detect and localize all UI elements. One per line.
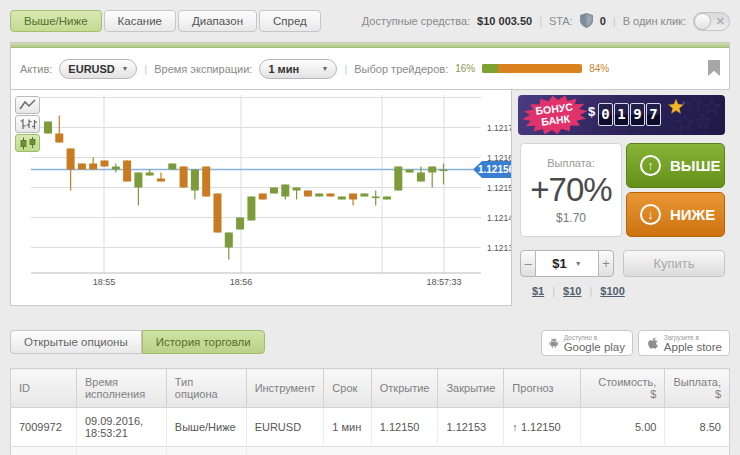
column-header: Закрытие	[438, 369, 504, 408]
column-header: Выплата, $	[665, 369, 730, 408]
candlestick	[180, 167, 188, 188]
price-axis-label: 1.12130	[487, 243, 511, 253]
buy-button[interactable]: Купить	[623, 250, 725, 277]
traders-choice-bar	[482, 64, 582, 73]
table-cell: 1.12150	[371, 408, 438, 447]
option-type-tabs: Выше/Ниже Касание Диапазон Спред	[10, 10, 321, 32]
table-row: 1497555009.09.2016, 18:38:23Пополнение10…	[11, 447, 730, 455]
chart-type-bars-button[interactable]	[15, 115, 40, 133]
traders-low-pct: 16%	[455, 63, 475, 74]
tab-range[interactable]: Диапазон	[178, 10, 257, 32]
one-click-toggle[interactable]: ✕	[693, 12, 730, 31]
amount-value: $1	[552, 256, 566, 271]
amount-decrease-button[interactable]: –	[520, 250, 536, 277]
candlestick	[134, 173, 142, 188]
bonus-digit: 9	[630, 103, 645, 126]
higher-button[interactable]: ↑ ВЫШЕ	[626, 143, 725, 188]
chevron-down-icon: ▼	[121, 65, 128, 72]
tab-trading-history[interactable]: История торговли	[142, 330, 265, 354]
chart-type-line-button[interactable]	[15, 96, 40, 114]
table-cell	[246, 447, 324, 455]
android-icon	[549, 335, 559, 351]
divider: |	[613, 15, 616, 27]
candlestick	[168, 164, 176, 170]
table-cell: ↑ 1.12150	[504, 408, 581, 447]
bonus-bank-banner[interactable]: БОНУС БАНК $ 0197	[518, 95, 725, 135]
table-cell: Пополнение	[166, 447, 246, 455]
table-row: 700997209.09.2016, 18:53:21Выше/НижеEURU…	[11, 408, 730, 447]
toggle-knob	[694, 13, 711, 30]
amount-increase-button[interactable]: +	[598, 250, 614, 277]
lower-button-label: НИЖЕ	[670, 206, 715, 223]
table-header-row: IDВремя исполненияТип опционаИнструментС…	[11, 369, 730, 408]
candlestick	[236, 218, 244, 230]
bookmark-icon[interactable]	[708, 60, 720, 78]
empty-star-icon	[677, 115, 692, 130]
line-chart-icon	[19, 99, 37, 111]
table-cell: 14975550	[11, 447, 77, 455]
lower-button[interactable]: ↓ НИЖЕ	[626, 192, 725, 237]
store-name: Apple store	[664, 341, 722, 353]
chart-panel: 18:5518:5618:57:331.121701.121601.121501…	[10, 90, 512, 306]
candlestick	[281, 185, 289, 197]
google-play-button[interactable]: Доступно в Google play	[541, 330, 633, 356]
table-cell: 1 мин	[324, 408, 371, 447]
column-header: Стоимость, $	[581, 369, 665, 408]
candlestick	[191, 170, 199, 191]
table-cell	[438, 447, 504, 455]
expiry-select[interactable]: 1 мин ▼	[259, 59, 337, 79]
table-cell: 5.00	[581, 408, 665, 447]
gold-star-icon	[668, 99, 684, 114]
table-cell	[581, 447, 665, 455]
tab-open-options[interactable]: Открытые опционы	[10, 330, 142, 354]
empty-star-icon	[704, 99, 719, 114]
quick-amount-links: $1 | $10 | $100	[532, 285, 625, 297]
higher-button-label: ВЫШЕ	[670, 157, 721, 174]
candlestick	[214, 194, 222, 233]
candlestick	[202, 167, 210, 197]
time-axis-label: 18:55	[93, 277, 116, 287]
toolbar-row: Актив: EURUSD ▼ | Время экспирации: 1 ми…	[11, 48, 729, 89]
tab-spread[interactable]: Спред	[259, 10, 321, 32]
amount-select[interactable]: $1 ▼	[536, 250, 598, 277]
column-header: Тип опциона	[166, 369, 246, 408]
sta-value: 0	[600, 15, 606, 27]
candlestick	[383, 197, 391, 200]
quick-amount-10[interactable]: $10	[563, 285, 581, 297]
candlestick	[270, 188, 278, 194]
candlestick	[67, 149, 75, 170]
candlestick	[44, 122, 52, 134]
table-cell: 1.12153	[438, 408, 504, 447]
candlestick-chart: 18:5518:5618:57:331.121701.121601.121501…	[11, 90, 511, 304]
chevron-down-icon: ▼	[321, 65, 328, 72]
payout-amount: $1.70	[521, 211, 621, 225]
asset-value: EURUSD	[68, 63, 114, 75]
column-header: Открытие	[371, 369, 438, 408]
traders-high-pct: 84%	[589, 63, 609, 74]
candlestick	[349, 194, 357, 200]
tab-touch[interactable]: Касание	[104, 10, 176, 32]
bonus-counter: 0197	[598, 103, 661, 126]
current-price-value: 1.12156	[478, 164, 511, 175]
price-axis-label: 1.12150	[487, 183, 511, 193]
table-cell: 8.50	[665, 408, 730, 447]
candlestick	[78, 164, 86, 170]
asset-select[interactable]: EURUSD ▼	[59, 59, 137, 79]
bonus-burst-icon: БОНУС БАНК	[520, 95, 590, 135]
time-axis-label: 18:56	[230, 277, 253, 287]
candlestick	[123, 161, 131, 182]
candlestick	[55, 134, 63, 143]
divider: |	[552, 285, 555, 297]
arrow-up-icon: ↑	[640, 155, 661, 176]
trading-platform: Выше/Ниже Касание Диапазон Спред Доступн…	[0, 0, 740, 455]
candlestick	[101, 161, 109, 167]
balance-label: Доступные средства:	[362, 15, 470, 27]
column-header: Время исполнения	[76, 369, 166, 408]
divider: |	[344, 63, 347, 75]
quick-amount-1[interactable]: $1	[532, 285, 544, 297]
expiry-value: 1 мин	[268, 63, 299, 75]
chart-type-candles-button[interactable]	[15, 134, 40, 152]
apple-store-button[interactable]: Загрузите в Apple store	[638, 330, 730, 356]
tab-higher-lower[interactable]: Выше/Ниже	[10, 10, 102, 32]
quick-amount-100[interactable]: $100	[600, 285, 624, 297]
